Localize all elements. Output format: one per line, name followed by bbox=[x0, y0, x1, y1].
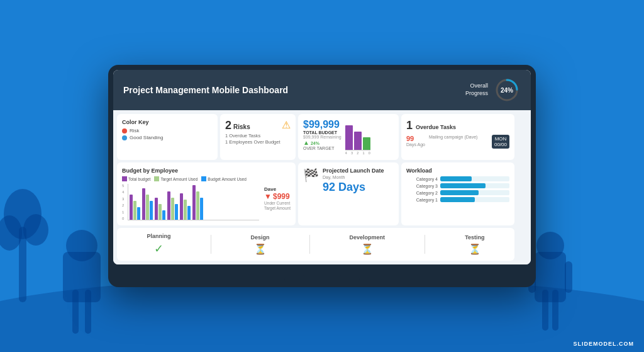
bar-group-5 bbox=[180, 193, 191, 220]
phase-design-label: Design bbox=[251, 234, 270, 241]
workload-bar-1-bg bbox=[440, 197, 509, 202]
monitor-base bbox=[284, 277, 360, 282]
overdue-title: 1 Overdue Tasks bbox=[406, 119, 509, 132]
svg-point-4 bbox=[23, 214, 48, 246]
y-1: 1 bbox=[122, 210, 124, 214]
dave-amount: $999 bbox=[273, 192, 290, 201]
bar-green-5 bbox=[184, 200, 187, 220]
svg-rect-11 bbox=[542, 290, 548, 331]
bar-label-4: 1 bbox=[362, 151, 364, 155]
bar-blue-4 bbox=[175, 204, 178, 220]
svg-rect-14 bbox=[565, 261, 572, 293]
svg-point-0 bbox=[0, 277, 644, 352]
swatch-budget bbox=[201, 176, 206, 181]
good-dot bbox=[122, 135, 127, 140]
workload-card: Workload Category 4 Category 3 bbox=[401, 162, 514, 225]
screen-header: Project Management Mobile Dashboard Over… bbox=[113, 70, 531, 110]
budget-employee-title: Budget by Employee bbox=[122, 167, 291, 174]
svg-point-3 bbox=[0, 215, 22, 251]
bar-purple-2 bbox=[142, 188, 145, 220]
bar-green-3 bbox=[158, 204, 162, 220]
svg-rect-12 bbox=[552, 290, 558, 331]
swatch-target bbox=[154, 176, 159, 181]
phase-design: Design ⏳ bbox=[251, 234, 270, 255]
budget-bar-1 bbox=[345, 125, 353, 150]
y-axis: 0 1 2 3 4 5 bbox=[122, 184, 124, 220]
overdue-days: 99 bbox=[406, 135, 425, 142]
bar-group-4 bbox=[167, 191, 178, 220]
phase-planning: Planning ✓ bbox=[147, 233, 171, 256]
risk-label: Risk bbox=[130, 128, 140, 133]
dave-info: Dave ▼ $999 Under CurrentTarget Amount bbox=[264, 184, 291, 220]
bar-green-4 bbox=[171, 198, 174, 220]
workload-bar-1-fill bbox=[440, 197, 475, 202]
svg-point-6 bbox=[66, 230, 97, 261]
svg-rect-8 bbox=[85, 290, 91, 334]
phase-divider-1 bbox=[211, 235, 211, 254]
svg-rect-1 bbox=[19, 227, 26, 302]
workload-bar-3-bg bbox=[440, 183, 509, 188]
dashboard-grid: Color Key Risk Good Standing 2 Risks bbox=[113, 110, 531, 264]
budget-remaining: $99,999 Remaining bbox=[303, 135, 341, 139]
legend-good: Good Standing bbox=[122, 135, 213, 140]
workload-cat3-label: Category 3 bbox=[406, 184, 438, 188]
phase-divider-2 bbox=[309, 235, 310, 254]
svg-point-2 bbox=[4, 189, 42, 239]
legend-budget: Budget Amount Used bbox=[201, 176, 246, 181]
color-key-title: Color Key bbox=[122, 119, 213, 125]
legend-target-label: Target Amount Used bbox=[160, 177, 197, 181]
y-5: 5 bbox=[122, 184, 124, 188]
bar-label-2: 3 bbox=[351, 151, 353, 155]
risk-count: 2 bbox=[225, 119, 231, 132]
workload-bar-4-fill bbox=[440, 176, 472, 181]
bar-label-3: 2 bbox=[357, 151, 358, 155]
under-target: Under CurrentTarget Amount bbox=[264, 201, 291, 212]
bar-purple-4 bbox=[167, 191, 170, 220]
risks-card: 2 Risks ⚠ 1 Overdue Tasks 1 Employees Ov… bbox=[220, 114, 296, 160]
budget-total-label: TOTAL BUDGET bbox=[303, 130, 341, 135]
bar-blue-5 bbox=[187, 206, 191, 220]
legend-total-label: Total budget bbox=[128, 177, 150, 181]
y-2: 2 bbox=[122, 203, 124, 207]
bar-chart bbox=[128, 184, 259, 220]
launch-title: Projected Launch Date bbox=[323, 167, 384, 174]
phase-development-label: Development bbox=[350, 234, 386, 241]
bar-group-2 bbox=[142, 188, 153, 220]
arrow-up-icon: ▲ bbox=[303, 139, 309, 146]
overdue-days-label: Days Ago bbox=[406, 142, 425, 147]
workload-cat2-label: Category 2 bbox=[406, 191, 438, 195]
currently-pct: 24% bbox=[311, 141, 319, 145]
legend-risk: Risk bbox=[122, 128, 213, 133]
watermark: SLIDEMODEL.COM bbox=[574, 341, 635, 347]
down-arrow-icon: ▼ bbox=[264, 192, 272, 201]
overdue-card: 1 Overdue Tasks 99 Days Ago Mailing camp… bbox=[401, 114, 514, 160]
bar-green-2 bbox=[146, 195, 149, 220]
good-label: Good Standing bbox=[130, 135, 163, 140]
progress-widget: OverallProgress 24% bbox=[465, 76, 521, 104]
bar-group-1 bbox=[130, 195, 140, 220]
chart-legend: Total budget Target Amount Used Budget A… bbox=[122, 176, 291, 181]
budget-bar-3 bbox=[363, 137, 370, 150]
y-0: 0 bbox=[122, 217, 124, 220]
mon-badge: MON00/00 bbox=[492, 135, 509, 149]
launch-card: 🏁 Projected Launch Date Day, Month 92 Da… bbox=[298, 162, 399, 225]
launch-days: 92 Days bbox=[323, 181, 384, 194]
phase-planning-label: Planning bbox=[147, 233, 171, 239]
workload-bar-4-bg bbox=[440, 176, 509, 181]
over-target: OVER TARGET bbox=[303, 146, 341, 150]
risk-item-2: 1 Employees Over Budget bbox=[225, 139, 291, 145]
bar-purple-6 bbox=[192, 185, 196, 220]
bar-purple-1 bbox=[130, 195, 133, 220]
flag-icon: 🏁 bbox=[303, 167, 319, 183]
budget-employee-card: Budget by Employee Total budget Target A… bbox=[117, 162, 296, 225]
legend-total: Total budget bbox=[122, 176, 150, 181]
swatch-total bbox=[122, 176, 127, 181]
monitor-stand bbox=[303, 264, 341, 277]
phases-card: Planning ✓ Design ⏳ Development ⏳ bbox=[117, 228, 514, 261]
check-icon: ✓ bbox=[154, 242, 164, 256]
budget-card: $99,999 TOTAL BUDGET $99,999 Remaining ▲… bbox=[298, 114, 399, 160]
warning-icon: ⚠ bbox=[282, 119, 291, 131]
bar-blue-2 bbox=[150, 201, 153, 220]
svg-rect-5 bbox=[63, 252, 101, 302]
y-4: 4 bbox=[122, 190, 124, 194]
